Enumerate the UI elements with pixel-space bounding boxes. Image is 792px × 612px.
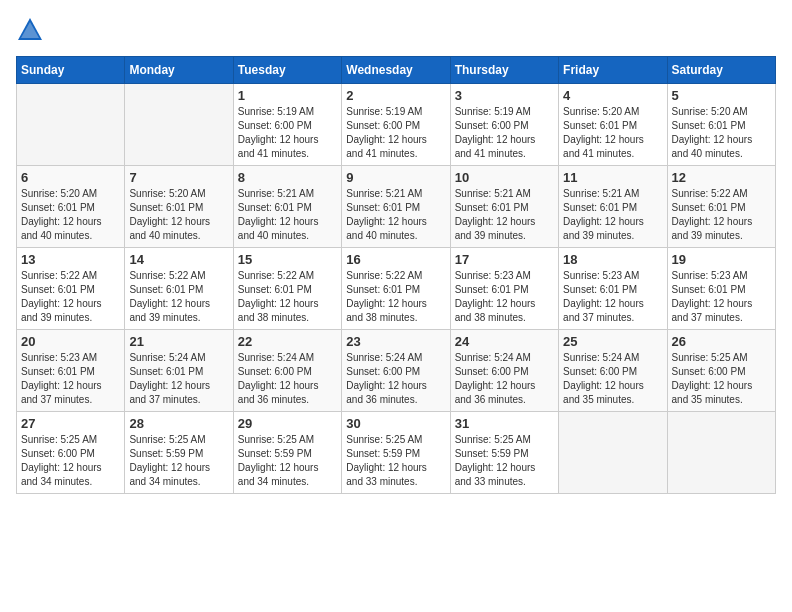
day-info: Sunrise: 5:23 AM Sunset: 6:01 PM Dayligh… <box>672 269 771 325</box>
column-header-thursday: Thursday <box>450 57 558 84</box>
day-number: 18 <box>563 252 662 267</box>
day-number: 24 <box>455 334 554 349</box>
day-number: 21 <box>129 334 228 349</box>
calendar-cell: 21Sunrise: 5:24 AM Sunset: 6:01 PM Dayli… <box>125 330 233 412</box>
day-number: 19 <box>672 252 771 267</box>
day-info: Sunrise: 5:22 AM Sunset: 6:01 PM Dayligh… <box>21 269 120 325</box>
week-row-1: 1Sunrise: 5:19 AM Sunset: 6:00 PM Daylig… <box>17 84 776 166</box>
column-header-wednesday: Wednesday <box>342 57 450 84</box>
calendar-cell <box>17 84 125 166</box>
day-info: Sunrise: 5:23 AM Sunset: 6:01 PM Dayligh… <box>455 269 554 325</box>
day-number: 23 <box>346 334 445 349</box>
day-info: Sunrise: 5:24 AM Sunset: 6:00 PM Dayligh… <box>563 351 662 407</box>
day-number: 26 <box>672 334 771 349</box>
day-info: Sunrise: 5:20 AM Sunset: 6:01 PM Dayligh… <box>129 187 228 243</box>
day-info: Sunrise: 5:22 AM Sunset: 6:01 PM Dayligh… <box>672 187 771 243</box>
day-info: Sunrise: 5:20 AM Sunset: 6:01 PM Dayligh… <box>672 105 771 161</box>
calendar-cell: 14Sunrise: 5:22 AM Sunset: 6:01 PM Dayli… <box>125 248 233 330</box>
day-number: 16 <box>346 252 445 267</box>
day-info: Sunrise: 5:24 AM Sunset: 6:00 PM Dayligh… <box>346 351 445 407</box>
day-number: 1 <box>238 88 337 103</box>
day-info: Sunrise: 5:25 AM Sunset: 5:59 PM Dayligh… <box>129 433 228 489</box>
day-info: Sunrise: 5:25 AM Sunset: 6:00 PM Dayligh… <box>21 433 120 489</box>
day-number: 15 <box>238 252 337 267</box>
day-info: Sunrise: 5:25 AM Sunset: 5:59 PM Dayligh… <box>238 433 337 489</box>
day-number: 5 <box>672 88 771 103</box>
day-number: 2 <box>346 88 445 103</box>
calendar-cell: 4Sunrise: 5:20 AM Sunset: 6:01 PM Daylig… <box>559 84 667 166</box>
day-number: 12 <box>672 170 771 185</box>
day-info: Sunrise: 5:21 AM Sunset: 6:01 PM Dayligh… <box>346 187 445 243</box>
day-number: 13 <box>21 252 120 267</box>
calendar-cell: 18Sunrise: 5:23 AM Sunset: 6:01 PM Dayli… <box>559 248 667 330</box>
day-info: Sunrise: 5:24 AM Sunset: 6:01 PM Dayligh… <box>129 351 228 407</box>
day-number: 28 <box>129 416 228 431</box>
day-number: 22 <box>238 334 337 349</box>
day-info: Sunrise: 5:23 AM Sunset: 6:01 PM Dayligh… <box>21 351 120 407</box>
day-info: Sunrise: 5:21 AM Sunset: 6:01 PM Dayligh… <box>563 187 662 243</box>
calendar-cell: 5Sunrise: 5:20 AM Sunset: 6:01 PM Daylig… <box>667 84 775 166</box>
week-row-4: 20Sunrise: 5:23 AM Sunset: 6:01 PM Dayli… <box>17 330 776 412</box>
day-info: Sunrise: 5:20 AM Sunset: 6:01 PM Dayligh… <box>21 187 120 243</box>
calendar-cell: 15Sunrise: 5:22 AM Sunset: 6:01 PM Dayli… <box>233 248 341 330</box>
day-info: Sunrise: 5:21 AM Sunset: 6:01 PM Dayligh… <box>238 187 337 243</box>
day-number: 8 <box>238 170 337 185</box>
calendar-cell: 6Sunrise: 5:20 AM Sunset: 6:01 PM Daylig… <box>17 166 125 248</box>
calendar-cell: 27Sunrise: 5:25 AM Sunset: 6:00 PM Dayli… <box>17 412 125 494</box>
calendar-cell: 31Sunrise: 5:25 AM Sunset: 5:59 PM Dayli… <box>450 412 558 494</box>
day-number: 27 <box>21 416 120 431</box>
calendar-cell <box>559 412 667 494</box>
day-info: Sunrise: 5:25 AM Sunset: 6:00 PM Dayligh… <box>672 351 771 407</box>
day-info: Sunrise: 5:19 AM Sunset: 6:00 PM Dayligh… <box>455 105 554 161</box>
column-header-tuesday: Tuesday <box>233 57 341 84</box>
calendar-cell: 30Sunrise: 5:25 AM Sunset: 5:59 PM Dayli… <box>342 412 450 494</box>
column-header-friday: Friday <box>559 57 667 84</box>
day-info: Sunrise: 5:25 AM Sunset: 5:59 PM Dayligh… <box>346 433 445 489</box>
calendar-cell: 3Sunrise: 5:19 AM Sunset: 6:00 PM Daylig… <box>450 84 558 166</box>
column-header-sunday: Sunday <box>17 57 125 84</box>
day-info: Sunrise: 5:23 AM Sunset: 6:01 PM Dayligh… <box>563 269 662 325</box>
calendar-cell: 1Sunrise: 5:19 AM Sunset: 6:00 PM Daylig… <box>233 84 341 166</box>
day-info: Sunrise: 5:24 AM Sunset: 6:00 PM Dayligh… <box>238 351 337 407</box>
day-info: Sunrise: 5:24 AM Sunset: 6:00 PM Dayligh… <box>455 351 554 407</box>
calendar-cell: 12Sunrise: 5:22 AM Sunset: 6:01 PM Dayli… <box>667 166 775 248</box>
day-number: 6 <box>21 170 120 185</box>
logo-icon <box>16 16 44 44</box>
calendar-cell: 25Sunrise: 5:24 AM Sunset: 6:00 PM Dayli… <box>559 330 667 412</box>
day-number: 3 <box>455 88 554 103</box>
calendar-cell: 7Sunrise: 5:20 AM Sunset: 6:01 PM Daylig… <box>125 166 233 248</box>
day-number: 4 <box>563 88 662 103</box>
day-info: Sunrise: 5:19 AM Sunset: 6:00 PM Dayligh… <box>238 105 337 161</box>
calendar-cell: 20Sunrise: 5:23 AM Sunset: 6:01 PM Dayli… <box>17 330 125 412</box>
calendar-cell: 8Sunrise: 5:21 AM Sunset: 6:01 PM Daylig… <box>233 166 341 248</box>
calendar-table: SundayMondayTuesdayWednesdayThursdayFrid… <box>16 56 776 494</box>
day-info: Sunrise: 5:22 AM Sunset: 6:01 PM Dayligh… <box>129 269 228 325</box>
week-row-2: 6Sunrise: 5:20 AM Sunset: 6:01 PM Daylig… <box>17 166 776 248</box>
day-info: Sunrise: 5:19 AM Sunset: 6:00 PM Dayligh… <box>346 105 445 161</box>
calendar-cell <box>125 84 233 166</box>
day-number: 31 <box>455 416 554 431</box>
day-info: Sunrise: 5:21 AM Sunset: 6:01 PM Dayligh… <box>455 187 554 243</box>
calendar-cell: 24Sunrise: 5:24 AM Sunset: 6:00 PM Dayli… <box>450 330 558 412</box>
calendar-header-row: SundayMondayTuesdayWednesdayThursdayFrid… <box>17 57 776 84</box>
calendar-cell <box>667 412 775 494</box>
calendar-cell: 28Sunrise: 5:25 AM Sunset: 5:59 PM Dayli… <box>125 412 233 494</box>
day-number: 25 <box>563 334 662 349</box>
day-info: Sunrise: 5:22 AM Sunset: 6:01 PM Dayligh… <box>238 269 337 325</box>
day-number: 30 <box>346 416 445 431</box>
calendar-cell: 19Sunrise: 5:23 AM Sunset: 6:01 PM Dayli… <box>667 248 775 330</box>
calendar-cell: 16Sunrise: 5:22 AM Sunset: 6:01 PM Dayli… <box>342 248 450 330</box>
day-info: Sunrise: 5:20 AM Sunset: 6:01 PM Dayligh… <box>563 105 662 161</box>
calendar-cell: 13Sunrise: 5:22 AM Sunset: 6:01 PM Dayli… <box>17 248 125 330</box>
column-header-monday: Monday <box>125 57 233 84</box>
calendar-cell: 23Sunrise: 5:24 AM Sunset: 6:00 PM Dayli… <box>342 330 450 412</box>
day-number: 20 <box>21 334 120 349</box>
calendar-cell: 2Sunrise: 5:19 AM Sunset: 6:00 PM Daylig… <box>342 84 450 166</box>
week-row-3: 13Sunrise: 5:22 AM Sunset: 6:01 PM Dayli… <box>17 248 776 330</box>
day-number: 17 <box>455 252 554 267</box>
day-number: 7 <box>129 170 228 185</box>
logo <box>16 16 48 44</box>
calendar-cell: 22Sunrise: 5:24 AM Sunset: 6:00 PM Dayli… <box>233 330 341 412</box>
column-header-saturday: Saturday <box>667 57 775 84</box>
calendar-cell: 11Sunrise: 5:21 AM Sunset: 6:01 PM Dayli… <box>559 166 667 248</box>
